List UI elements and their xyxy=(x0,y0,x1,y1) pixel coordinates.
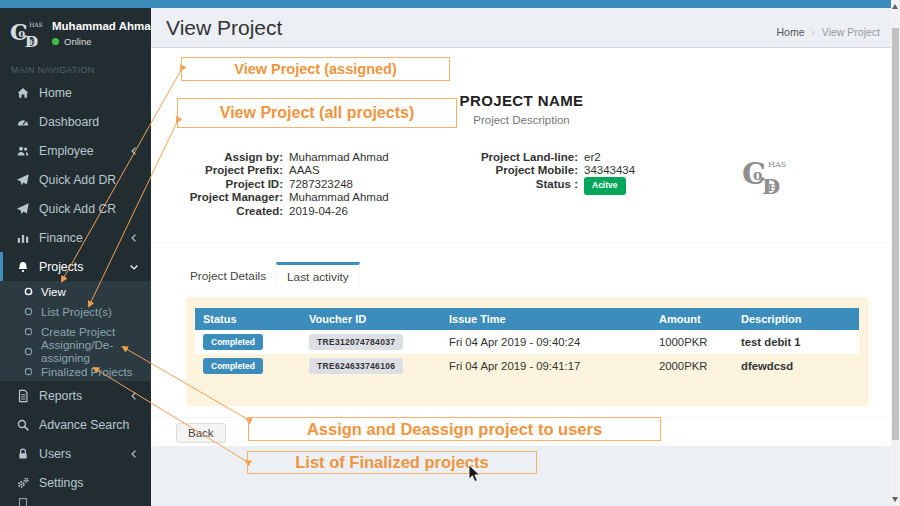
file-icon xyxy=(15,388,31,404)
sidebar-item-finance[interactable]: Finance xyxy=(0,223,151,252)
detail-value: AAAS xyxy=(289,164,320,177)
sidebar-item-label: Quick Add DR xyxy=(39,173,116,187)
employee-users-icon xyxy=(15,143,31,159)
sidebar-item-label: Dashboard xyxy=(39,115,99,129)
detail-value: Muhammad Ahmad xyxy=(289,191,389,204)
submenu-item-list-projects[interactable]: List Project(s) xyxy=(0,301,151,321)
detail-label: Project Prefix: xyxy=(168,164,283,177)
user-status-label: Online xyxy=(64,36,91,47)
sidebar-nav: Home Dashboard Employee Quick Add DR xyxy=(0,78,151,281)
detail-label: Created: xyxy=(168,205,283,218)
search-icon xyxy=(15,417,31,433)
bell-icon xyxy=(15,259,31,275)
nav-header: MAIN NAVIGATION xyxy=(0,58,151,78)
sidebar: C o HAS D E Muhammad Ahmad Online MAIN N… xyxy=(0,8,151,506)
sidebar-item-quick-add-dr[interactable]: Quick Add DR xyxy=(0,165,151,194)
project-details-left: Assign by:Muhammad Ahmad Project Prefix:… xyxy=(168,151,458,218)
detail-value: Muhammad Ahmad xyxy=(289,151,389,164)
paper-plane-icon xyxy=(15,201,31,217)
detail-label: Project Manager: xyxy=(168,191,283,204)
paper-plane-icon xyxy=(15,172,31,188)
avatar: C o HAS D E xyxy=(10,17,44,51)
svg-text:HAS: HAS xyxy=(29,22,42,28)
submenu-item-assigning-deassigning[interactable]: Assigning/De-assigning xyxy=(0,341,151,361)
amount-cell: 2000PKR xyxy=(651,354,733,378)
sidebar-item-label: Finance xyxy=(39,231,83,245)
detail-value: er2 xyxy=(584,151,601,164)
tab-last-activity[interactable]: Last activity xyxy=(276,262,360,291)
chevron-down-icon xyxy=(128,261,140,273)
submenu-item-finalized-projects[interactable]: Finalized Projects xyxy=(0,361,151,381)
project-details-right: Project Land-line:er2 Project Mobile:343… xyxy=(461,151,746,196)
chevron-left-icon xyxy=(128,145,140,157)
tabs: Project Details Last activity xyxy=(180,262,360,291)
chevron-left-icon xyxy=(128,390,140,402)
submenu-item-label: Create Project xyxy=(41,325,115,338)
back-button[interactable]: Back xyxy=(176,423,226,443)
breadcrumb-home-link[interactable]: Home xyxy=(776,26,804,38)
user-status[interactable]: Online xyxy=(52,36,151,47)
column-header-issue-time: Issue Time xyxy=(441,308,651,330)
page-scrollbar[interactable] xyxy=(891,0,900,506)
page-title: View Project xyxy=(166,16,282,39)
scrollbar-thumb[interactable] xyxy=(892,28,899,440)
scrollbar-up-arrow-icon[interactable] xyxy=(892,4,898,9)
description-cell: test debit 1 xyxy=(733,330,859,354)
svg-text:o: o xyxy=(753,167,762,183)
circle-icon xyxy=(22,365,34,377)
sidebar-item-label: Quick Add CR xyxy=(39,202,116,216)
mouse-cursor-icon xyxy=(468,464,482,484)
sidebar-item-label: Reports xyxy=(39,389,82,403)
sidebar-item-quick-add-cr[interactable]: Quick Add CR xyxy=(0,194,151,223)
sidebar-item-label: Settings xyxy=(39,476,83,490)
circle-icon xyxy=(22,305,34,317)
scrollbar-down-arrow-icon[interactable] xyxy=(892,497,898,502)
user-panel: C o HAS D E Muhammad Ahmad Online xyxy=(0,8,151,58)
submenu-item-label: Finalized Projects xyxy=(41,365,133,378)
sidebar-item-partial[interactable] xyxy=(0,497,151,506)
sidebar-item-dashboard[interactable]: Dashboard xyxy=(0,107,151,136)
circle-icon xyxy=(22,285,34,297)
voucher-id-pill: TRE624633746106 xyxy=(309,358,403,374)
svg-text:HAS: HAS xyxy=(768,160,786,169)
sidebar-item-label: Users xyxy=(39,447,71,461)
sidebar-item-label: Employee xyxy=(39,144,94,158)
status-completed-badge: Completed xyxy=(203,334,263,350)
amount-cell: 1000PKR xyxy=(651,330,733,354)
company-logo: C o HAS D E xyxy=(742,156,788,200)
dashboard-icon xyxy=(15,114,31,130)
issue-time-cell: Fri 04 Apr 2019 - 09:41:17 xyxy=(441,354,651,378)
submenu-item-label: List Project(s) xyxy=(41,305,112,318)
lock-icon xyxy=(15,446,31,462)
tab-project-details[interactable]: Project Details xyxy=(180,262,276,291)
annotation-view-project-all: View Project (all projects) xyxy=(177,98,457,128)
detail-label: Project ID: xyxy=(168,178,283,191)
bar-chart-icon xyxy=(15,230,31,246)
sidebar-item-label: Home xyxy=(39,86,72,100)
company-logo-icon: C o HAS D E xyxy=(742,156,788,196)
breadcrumb-separator: › xyxy=(811,26,815,38)
sidebar-item-settings[interactable]: Settings xyxy=(0,468,151,497)
chevron-left-icon xyxy=(128,232,140,244)
column-header-voucher-id: Voucher ID xyxy=(301,308,441,330)
column-header-description: Description xyxy=(733,308,859,330)
sidebar-item-projects[interactable]: Projects xyxy=(0,252,151,281)
submenu-item-view[interactable]: View xyxy=(0,281,151,301)
description-cell: dfewdcsd xyxy=(733,354,859,378)
sidebar-item-home[interactable]: Home xyxy=(0,78,151,107)
detail-value: 2019-04-26 xyxy=(289,205,348,218)
sidebar-item-advance-search[interactable]: Advance Search xyxy=(0,410,151,439)
company-logo-icon: C o HAS D E xyxy=(10,17,44,51)
detail-label: Assign by: xyxy=(168,151,283,164)
annotation-finalized-list: List of Finalized projects xyxy=(247,451,537,474)
breadcrumb: Home › View Project xyxy=(776,26,880,38)
user-name: Muhammad Ahmad xyxy=(52,20,151,32)
sidebar-item-employee[interactable]: Employee xyxy=(0,136,151,165)
detail-label: Project Land-line: xyxy=(461,151,578,164)
sidebar-item-label: Advance Search xyxy=(39,418,129,432)
sidebar-item-reports[interactable]: Reports xyxy=(0,381,151,410)
online-dot-icon xyxy=(52,38,59,45)
svg-text:E: E xyxy=(29,38,35,47)
sidebar-item-users[interactable]: Users xyxy=(0,439,151,468)
column-header-status: Status xyxy=(195,308,301,330)
